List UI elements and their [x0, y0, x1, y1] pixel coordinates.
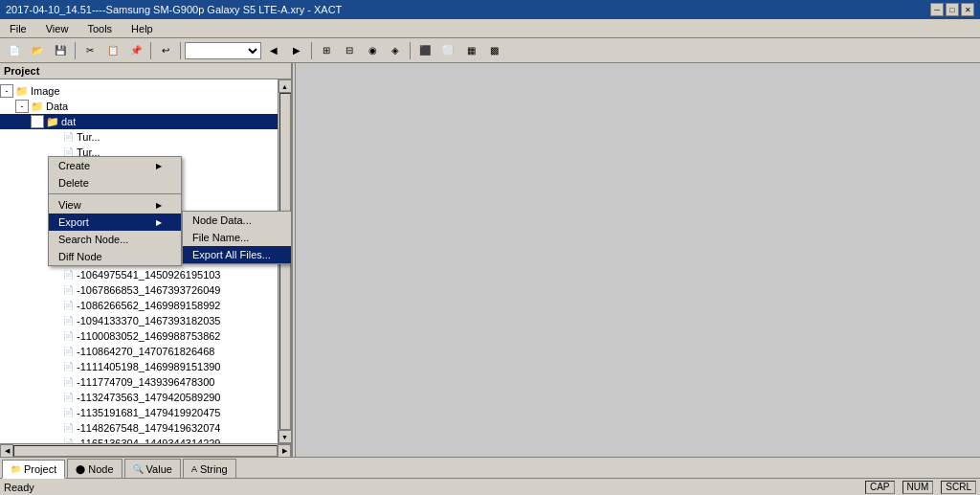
toolbar-btn-b[interactable]: ▶	[286, 41, 307, 60]
tree-label: -111774709_1439396478300	[77, 376, 214, 388]
tree-node[interactable]: 📄-111774709_1439396478300	[0, 374, 291, 390]
folder-icon: 📁	[31, 101, 44, 112]
ctx-sep-1	[49, 193, 181, 194]
menu-tools[interactable]: Tools	[81, 21, 118, 36]
ctx-export[interactable]: Export ▶	[49, 214, 181, 231]
status-right: CAP NUM SCRL	[865, 481, 976, 494]
toolbar: 📄 📂 💾 ✂ 📋 📌 ↩ ◀ ▶ ⊞ ⊟ ◉ ◈ ⬛ ⬜ ▦ ▩	[0, 38, 980, 63]
minimize-button[interactable]: ─	[930, 3, 944, 16]
toolbar-btn-f[interactable]: ◈	[385, 41, 406, 60]
tab-string[interactable]: A String	[183, 459, 236, 478]
tree-node[interactable]: -📁Data	[0, 99, 291, 114]
file-icon: 📄	[61, 330, 75, 342]
tree-node[interactable]: 📄-1132473563_1479420589290	[0, 390, 291, 405]
toolbar-open[interactable]: 📂	[27, 41, 48, 60]
toolbar-dropdown[interactable]	[185, 42, 261, 59]
tree-node[interactable]: 📄-1135191681_1479419920475	[0, 405, 291, 420]
tree-node[interactable]: 📄-1067866853_1467393726049	[0, 282, 291, 298]
ctx-search-node[interactable]: Search Node...	[49, 231, 181, 248]
panel-header: Project	[0, 63, 291, 79]
title-bar: 2017-04-10_14.51----Samsung SM-G900p Gal…	[0, 0, 980, 19]
left-panel: Project -📁Image-📁Data-📁dat📄Tur...📄Tur...…	[0, 63, 292, 457]
tree-node[interactable]: 📄-1064975541_1450926195103	[0, 267, 291, 282]
toolbar-btn-d[interactable]: ⊟	[339, 41, 360, 60]
file-icon: 📄	[61, 407, 75, 418]
right-panel	[296, 63, 980, 457]
toolbar-undo[interactable]: ↩	[155, 41, 176, 60]
submenu-export-all[interactable]: Export All Files... ↗	[183, 246, 291, 263]
tree-expander[interactable]: -	[0, 84, 13, 98]
tree-expander[interactable]: -	[31, 115, 44, 128]
file-icon: 📄	[61, 376, 75, 388]
toolbar-btn-c[interactable]: ⊞	[316, 41, 337, 60]
tree-label: -1067866853_1467393726049	[77, 284, 221, 296]
tree-node[interactable]: 📄Tur...	[0, 129, 291, 145]
tree-label: -1135191681_1479419920475	[77, 407, 221, 418]
file-icon: 📄	[61, 361, 75, 372]
tab-node-label: Node	[88, 463, 113, 475]
tab-value[interactable]: 🔍 Value	[124, 459, 181, 478]
tree-label: -1148267548_1479419632074	[77, 422, 221, 434]
tree-node[interactable]: 📄-110864270_1470761826468	[0, 344, 291, 359]
submenu-node-data[interactable]: Node Data...	[183, 212, 291, 229]
tree-node[interactable]: -📁Image	[0, 83, 291, 99]
menu-bar: File View Tools Help	[0, 19, 980, 38]
tab-value-icon: 🔍	[133, 464, 144, 474]
tree-node[interactable]: 📄-1111405198_1469989151390	[0, 359, 291, 374]
ctx-diff-node[interactable]: Diff Node	[49, 248, 181, 265]
tree-area: -📁Image-📁Data-📁dat📄Tur...📄Tur...📄-10...📄…	[0, 79, 291, 443]
h-scroll-track[interactable]	[13, 445, 278, 457]
toolbar-copy[interactable]: 📋	[102, 41, 123, 60]
window-title: 2017-04-10_14.51----Samsung SM-G900p Gal…	[6, 4, 930, 15]
window-controls: ─ □ ✕	[930, 3, 974, 16]
ctx-view[interactable]: View ▶	[49, 196, 181, 214]
tree-node[interactable]: 📄-1165136304_1449344314229	[0, 436, 291, 443]
tree-label: -1064975541_1450926195103	[77, 269, 221, 281]
tab-project-icon: 📁	[11, 464, 21, 474]
toolbar-btn-e[interactable]: ◉	[362, 41, 383, 60]
tree-expander[interactable]: -	[15, 100, 29, 113]
tree-node[interactable]: -📁dat	[0, 114, 291, 129]
toolbar-new[interactable]: 📄	[4, 41, 25, 60]
status-num: NUM	[902, 481, 934, 494]
toolbar-btn-h[interactable]: ⬜	[437, 41, 458, 60]
ctx-delete[interactable]: Delete	[49, 174, 181, 191]
tab-project[interactable]: 📁 Project	[2, 460, 65, 479]
horizontal-scrollbar[interactable]: ◀ ▶	[0, 443, 291, 457]
menu-help[interactable]: Help	[125, 21, 159, 36]
toolbar-btn-a[interactable]: ◀	[263, 41, 284, 60]
toolbar-sep-2	[150, 42, 151, 59]
export-submenu: Node Data... File Name... Export All Fil…	[182, 211, 291, 264]
tree-label: Tur...	[77, 131, 100, 143]
scroll-down[interactable]: ▼	[278, 430, 292, 443]
tree-node[interactable]: 📄-1094133370_1467393182035	[0, 313, 291, 328]
toolbar-save[interactable]: 💾	[50, 41, 71, 60]
maximize-button[interactable]: □	[946, 3, 959, 16]
tree-label: -1111405198_1469989151390	[77, 361, 221, 372]
submenu-file-name[interactable]: File Name...	[183, 229, 291, 246]
scroll-right[interactable]: ▶	[278, 444, 291, 458]
menu-view[interactable]: View	[40, 21, 75, 36]
tree-label: -1100083052_1469988753862	[77, 330, 221, 342]
toolbar-btn-g[interactable]: ⬛	[414, 41, 435, 60]
toolbar-btn-j[interactable]: ▩	[483, 41, 504, 60]
tree-label: -1165136304_1449344314229	[77, 438, 221, 443]
file-icon: 📄	[61, 315, 75, 326]
file-icon: 📄	[61, 300, 75, 311]
tree-label: -1094133370_1467393182035	[77, 315, 221, 326]
scroll-left[interactable]: ◀	[0, 444, 13, 458]
tree-label: Data	[46, 101, 68, 112]
toolbar-cut[interactable]: ✂	[79, 41, 100, 60]
menu-file[interactable]: File	[4, 21, 33, 36]
file-icon: 📄	[61, 284, 75, 296]
tree-node[interactable]: 📄-1148267548_1479419632074	[0, 420, 291, 436]
ctx-create[interactable]: Create ▶	[49, 157, 181, 174]
tree-label: dat	[61, 116, 76, 127]
scroll-up[interactable]: ▲	[278, 79, 292, 93]
tree-node[interactable]: 📄-1100083052_1469988753862	[0, 328, 291, 344]
toolbar-btn-i[interactable]: ▦	[460, 41, 481, 60]
tree-node[interactable]: 📄-1086266562_1469989158992	[0, 298, 291, 313]
close-button[interactable]: ✕	[961, 3, 974, 16]
tab-node[interactable]: ⬤ Node	[67, 459, 122, 478]
toolbar-paste[interactable]: 📌	[125, 41, 146, 60]
